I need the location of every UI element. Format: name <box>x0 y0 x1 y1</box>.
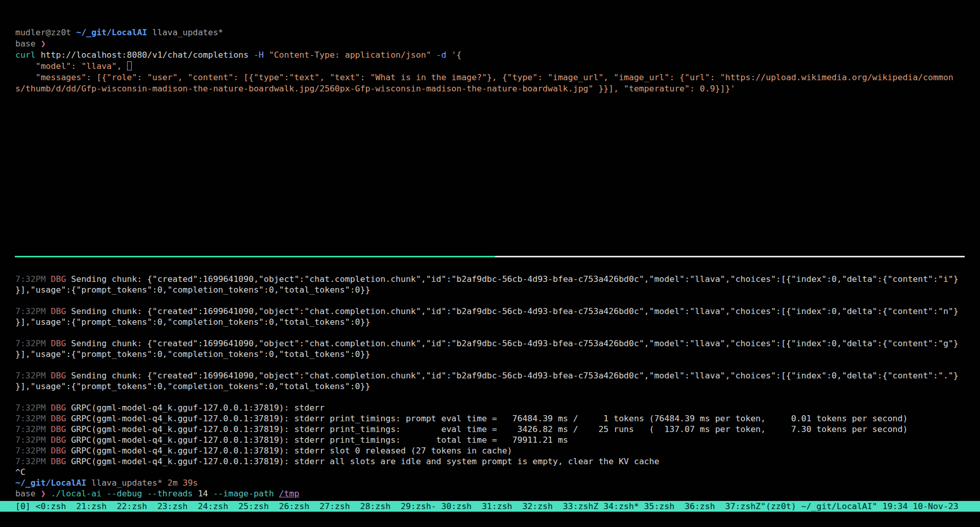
log-message: GRPC(ggml-model-q4_k.gguf-127.0.0.1:3781… <box>71 403 325 413</box>
log-message: }],"usage":{"prompt_tokens":0,"completio… <box>15 349 370 359</box>
log-message: }],"usage":{"prompt_tokens":0,"completio… <box>15 317 370 327</box>
log-level-badge: DBG <box>51 446 71 456</box>
log-timestamp: 7:32PM <box>15 371 51 380</box>
shell-prompt-line-3: ~/_git/LocalAI llava_updates* 2m 39s <box>15 477 959 488</box>
tmux-window-list[interactable]: [0] <0:zsh 21:zsh 22:zsh 23:zsh 24:zsh 2… <box>15 501 761 512</box>
prompt-arrow-icon: ❯ <box>41 489 51 498</box>
log-line-chunk-2: 7:32PM DBG Sending chunk: {"created":169… <box>15 306 959 317</box>
log-line-chunk-2-wrap: }],"usage":{"prompt_tokens":0,"completio… <box>15 317 959 327</box>
git-branch: llava_updates* <box>91 478 167 488</box>
json-body-model-text: "model": "llava", <box>15 61 127 71</box>
blank-line <box>15 392 959 402</box>
pane-divider-inactive-segment <box>495 256 965 257</box>
log-line-chunk-1: 7:32PM DBG Sending chunk: {"created":169… <box>15 274 959 284</box>
log-timestamp: 7:32PM <box>15 306 51 316</box>
interrupt-line: ^C <box>15 467 959 477</box>
log-message: GRPC(ggml-model-q4_k.gguf-127.0.0.1:3781… <box>71 414 908 423</box>
log-timestamp: 7:32PM <box>15 403 51 413</box>
log-message: Sending chunk: {"created":1699641090,"ob… <box>71 339 958 348</box>
log-line-slot-released: 7:32PM DBG GRPC(ggml-model-q4_k.gguf-127… <box>15 445 959 456</box>
log-timestamp: 7:32PM <box>15 446 51 456</box>
threads-value: 14 <box>198 489 213 498</box>
pane-divider-active-segment <box>15 256 495 257</box>
debug-log-section: 7:32PM DBG Sending chunk: {"created":169… <box>15 274 959 499</box>
log-message: GRPC(ggml-model-q4_k.gguf-127.0.0.1:3781… <box>71 435 568 445</box>
shell-prompt-line-2: base ❯ <box>15 38 953 50</box>
log-message: GRPC(ggml-model-q4_k.gguf-127.0.0.1:3781… <box>71 457 659 466</box>
log-timestamp: 7:32PM <box>15 339 51 348</box>
log-level-badge: DBG <box>51 424 71 434</box>
log-level-badge: DBG <box>51 274 71 284</box>
json-body-messages-text: "messages": [{"role": "user", "content":… <box>15 73 953 82</box>
log-level-badge: DBG <box>51 371 71 380</box>
log-line-slots-idle: 7:32PM DBG GRPC(ggml-model-q4_k.gguf-127… <box>15 456 959 467</box>
sigint-text: ^C <box>15 467 26 477</box>
log-level-badge: DBG <box>51 339 71 348</box>
log-timestamp: 7:32PM <box>15 424 51 434</box>
log-line-chunk-1-wrap: }],"usage":{"prompt_tokens":0,"completio… <box>15 284 959 295</box>
flag-threads: --threads <box>147 489 198 498</box>
log-timestamp: 7:32PM <box>15 414 51 423</box>
log-timestamp: 7:32PM <box>15 457 51 466</box>
log-line-grpc-stderr: 7:32PM DBG GRPC(ggml-model-q4_k.gguf-127… <box>15 402 959 413</box>
flag-image-path: --image-path <box>213 489 279 498</box>
blank-line <box>15 295 959 306</box>
command-duration: 2m 39s <box>167 478 198 488</box>
log-message: GRPC(ggml-model-q4_k.gguf-127.0.0.1:3781… <box>71 424 908 434</box>
command-history-section: mudler@zz0t ~/_git/LocalAI llava_updates… <box>15 27 953 94</box>
prompt-user: mudler@zz0t <box>15 28 76 37</box>
log-line-chunk-3: 7:32PM DBG Sending chunk: {"created":169… <box>15 338 959 349</box>
log-message: Sending chunk: {"created":1699641090,"ob… <box>71 306 958 316</box>
prompt-cwd: ~/_git/LocalAI <box>15 478 91 488</box>
log-message: Sending chunk: {"created":1699641090,"ob… <box>71 274 958 284</box>
terminal-cursor <box>127 61 132 70</box>
flag-debug: --debug <box>107 489 147 498</box>
tmux-status-bar: [0] <0:zsh 21:zsh 22:zsh 23:zsh 24:zsh 2… <box>0 501 980 512</box>
curl-url: http://localhost:8080/v1/chat/completion… <box>41 50 254 60</box>
prompt-cwd: ~/_git/LocalAI <box>76 28 152 37</box>
curl-data-open: '{ <box>451 50 461 60</box>
curl-header-arg: "Content-Type: application/json" <box>269 50 436 60</box>
log-level-badge: DBG <box>51 414 71 423</box>
json-body-model-line: "model": "llava", <box>15 61 953 72</box>
curl-flag-h: -H <box>254 50 269 60</box>
blank-line <box>15 327 959 338</box>
shell-prompt-line-1: mudler@zz0t ~/_git/LocalAI llava_updates… <box>15 27 953 38</box>
tmux-right-status: "(zz0t) ~/_git/LocalAI" 19:34 10-Nov-23 <box>761 501 958 512</box>
log-message: Sending chunk: {"created":1699641090,"ob… <box>71 371 958 380</box>
log-line-eval-time: 7:32PM DBG GRPC(ggml-model-q4_k.gguf-127… <box>15 424 959 435</box>
log-line-chunk-3-wrap: }],"usage":{"prompt_tokens":0,"completio… <box>15 349 959 360</box>
command-name: curl <box>15 50 41 60</box>
json-body-messages-wrap-text: s/thumb/d/dd/Gfp-wisconsin-madison-the-n… <box>15 84 736 93</box>
venv-name: base <box>15 39 41 49</box>
prompt-arrow-icon: ❯ <box>41 39 46 49</box>
json-body-messages-wrap-line: s/thumb/d/dd/Gfp-wisconsin-madison-the-n… <box>15 83 953 94</box>
log-level-badge: DBG <box>51 457 71 466</box>
curl-flag-d: -d <box>436 50 452 60</box>
log-timestamp: 7:32PM <box>15 274 51 284</box>
log-line-total-time: 7:32PM DBG GRPC(ggml-model-q4_k.gguf-127… <box>15 435 959 445</box>
json-body-messages-line: "messages": [{"role": "user", "content":… <box>15 72 953 83</box>
curl-command-line: curl http://localhost:8080/v1/chat/compl… <box>15 50 953 61</box>
blank-line <box>15 360 959 370</box>
command-name: ./local-ai <box>51 489 107 498</box>
log-line-prompt-eval-time: 7:32PM DBG GRPC(ggml-model-q4_k.gguf-127… <box>15 413 959 424</box>
log-line-chunk-4-wrap: }],"usage":{"prompt_tokens":0,"completio… <box>15 381 959 392</box>
log-level-badge: DBG <box>51 435 71 445</box>
log-line-chunk-4: 7:32PM DBG Sending chunk: {"created":169… <box>15 370 959 381</box>
log-message: }],"usage":{"prompt_tokens":0,"completio… <box>15 381 370 391</box>
command-input-line[interactable]: base ❯ ./local-ai --debug --threads 14 -… <box>15 488 959 499</box>
log-message: GRPC(ggml-model-q4_k.gguf-127.0.0.1:3781… <box>71 446 512 456</box>
image-path-value: /tmp <box>279 489 300 498</box>
venv-name: base <box>15 489 41 498</box>
log-level-badge: DBG <box>51 306 71 316</box>
log-level-badge: DBG <box>51 403 71 413</box>
log-message: }],"usage":{"prompt_tokens":0,"completio… <box>15 285 370 295</box>
log-timestamp: 7:32PM <box>15 435 51 445</box>
git-branch: llava_updates* <box>152 28 223 37</box>
pane-divider <box>15 256 965 257</box>
